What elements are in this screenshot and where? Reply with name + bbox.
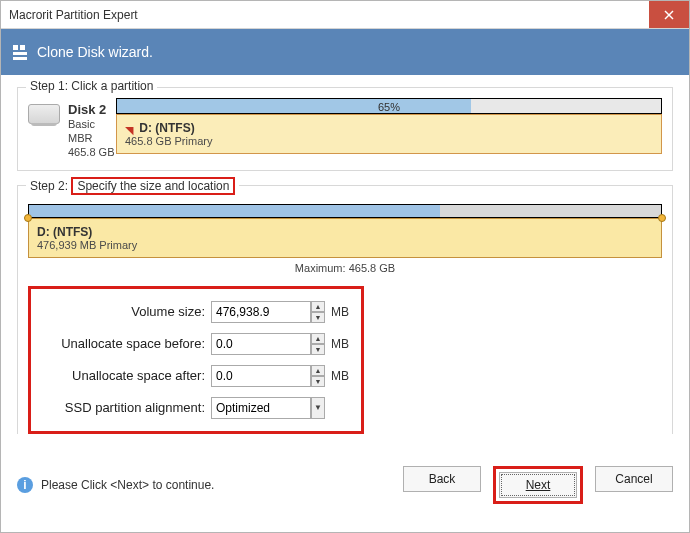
before-input[interactable] (211, 333, 311, 355)
flag-icon: ◥ (125, 124, 133, 137)
partition-panel: ◥ D: (NTFS) 465.8 GB Primary (116, 114, 662, 154)
close-button[interactable] (649, 1, 689, 28)
back-button[interactable]: Back (403, 466, 481, 492)
partition-detail: 465.8 GB Primary (125, 135, 653, 147)
after-label: Unallocate space after: (41, 368, 211, 383)
partition-name: D: (NTFS) (139, 121, 194, 135)
cancel-button[interactable]: Cancel (595, 466, 673, 492)
after-input[interactable] (211, 365, 311, 387)
after-unit: MB (331, 369, 349, 383)
usage-bar: 65% (116, 98, 662, 114)
wizard-page: Step 1: Click a partition Disk 2 Basic M… (1, 75, 689, 456)
vol-size-unit: MB (331, 305, 349, 319)
footer-hint: Please Click <Next> to continue. (41, 478, 395, 492)
disk-name: Disk 2 (68, 102, 116, 118)
usage-pct: 65% (117, 99, 661, 115)
vol-size-up[interactable]: ▲ (311, 301, 325, 312)
window-title: Macrorit Partition Expert (9, 8, 138, 22)
disk-type: Basic MBR (68, 118, 116, 146)
after-down[interactable]: ▼ (311, 376, 325, 387)
step1-legend: Step 1: Click a partition (26, 79, 157, 93)
title-bar: Macrorit Partition Expert (1, 1, 689, 29)
next-button[interactable]: Next (499, 472, 577, 498)
wizard-icon (13, 45, 27, 60)
after-up[interactable]: ▲ (311, 365, 325, 376)
resize-bar[interactable]: D: (NTFS) 476,939 MB Primary (28, 204, 662, 258)
align-select[interactable] (211, 397, 311, 419)
align-dropdown-button[interactable]: ▼ (311, 397, 325, 419)
align-label: SSD partition alignment: (41, 400, 211, 415)
maximum-label: Maximum: 465.8 GB (28, 262, 662, 274)
resize-part-detail: 476,939 MB Primary (37, 239, 653, 251)
before-unit: MB (331, 337, 349, 351)
size-form: Volume size: ▲ ▼ MB Unallocate space bef… (28, 286, 364, 434)
disk-icon (28, 104, 60, 124)
vol-size-input[interactable] (211, 301, 311, 323)
footer: i Please Click <Next> to continue. Back … (1, 456, 689, 504)
resize-part-name: D: (NTFS) (37, 225, 653, 239)
resize-handle-right[interactable] (658, 214, 666, 222)
partition-visual[interactable]: 65% ◥ D: (NTFS) 465.8 GB Primary (116, 98, 662, 160)
resize-handle-left[interactable] (24, 214, 32, 222)
step2-group: Step 2: Specify the size and location D:… (17, 185, 673, 434)
wizard-title: Clone Disk wizard. (37, 44, 153, 60)
wizard-header: Clone Disk wizard. (1, 29, 689, 75)
info-icon: i (17, 477, 33, 493)
before-down[interactable]: ▼ (311, 344, 325, 355)
step1-group: Step 1: Click a partition Disk 2 Basic M… (17, 87, 673, 171)
before-label: Unallocate space before: (41, 336, 211, 351)
vol-size-down[interactable]: ▼ (311, 312, 325, 323)
close-icon (664, 10, 674, 20)
resize-partition: D: (NTFS) 476,939 MB Primary (28, 218, 662, 258)
step2-legend: Step 2: Specify the size and location (26, 177, 239, 195)
before-up[interactable]: ▲ (311, 333, 325, 344)
vol-size-label: Volume size: (41, 304, 211, 319)
resize-fill (29, 205, 440, 217)
disk-size: 465.8 GB (68, 146, 116, 160)
